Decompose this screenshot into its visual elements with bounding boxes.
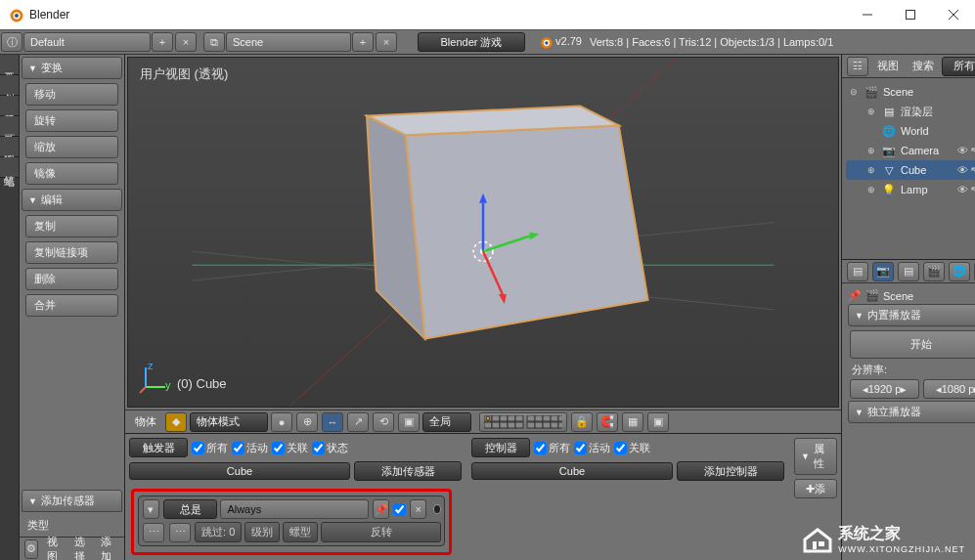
expand-icon[interactable]: ⊕ — [865, 107, 877, 116]
orientation-dropdown[interactable]: 全局 — [422, 412, 471, 432]
snap-icon[interactable]: 🧲 — [597, 412, 618, 432]
tree-cube[interactable]: ⊕ ▽ Cube 👁↖📷 — [846, 160, 975, 180]
add-layout-button[interactable]: + — [152, 32, 173, 52]
duplicate-button[interactable]: 复制 — [25, 215, 118, 237]
sensor-type-dropdown[interactable]: 总是 — [163, 499, 218, 519]
outliner-editor-type-icon[interactable]: ☷ — [847, 57, 868, 76]
operator-panel-header[interactable]: ▼添加传感器 — [22, 490, 122, 512]
eye-icon[interactable]: 👁 — [957, 145, 968, 157]
manipulator-scale-icon[interactable]: ▣ — [398, 412, 420, 432]
pin-icon[interactable]: 📌 — [848, 289, 862, 302]
eye-icon[interactable]: 👁 — [957, 164, 968, 177]
outliner-tree[interactable]: ⊖ 🎬 Scene ⊕ ▤ 渲染层 · 🌐 World ⊕ 📷 C — [842, 78, 975, 259]
sensor-tap-button[interactable]: 螺型 — [283, 522, 318, 542]
tree-camera[interactable]: ⊕ 📷 Camera 👁↖📷 — [846, 141, 975, 160]
cursor-icon[interactable]: ↖ — [970, 184, 975, 196]
sensor-invert-button[interactable]: 反转 — [321, 522, 441, 542]
translate-button[interactable]: 移动 — [25, 83, 118, 106]
screen-layout-dropdown[interactable]: Default — [23, 32, 151, 52]
controllers-show-linked[interactable]: 关联 — [614, 441, 650, 455]
logic-add-menu[interactable]: 添加 — [95, 532, 120, 561]
cursor-icon[interactable]: ↖ — [970, 164, 975, 177]
viewport-shading-icon[interactable]: ● — [271, 412, 292, 432]
mode-icon[interactable]: ◆ — [165, 412, 187, 432]
sensors-show-active[interactable]: 活动 — [232, 441, 268, 455]
delete-scene-button[interactable]: × — [376, 32, 397, 52]
close-button[interactable] — [932, 0, 975, 29]
tab-create[interactable]: 创建 — [0, 75, 19, 96]
editor-type-icon[interactable]: ⓘ — [1, 32, 22, 52]
scene-dropdown[interactable]: Scene — [226, 32, 351, 52]
sensor-name-input[interactable] — [220, 499, 369, 519]
minimize-button[interactable] — [846, 0, 889, 29]
context-world-icon[interactable]: 🌐 — [949, 262, 970, 281]
manipulator-translate-icon[interactable]: ↗ — [347, 412, 369, 432]
sensor-level-button[interactable]: 级别 — [244, 522, 280, 542]
controllers-show-active[interactable]: 活动 — [574, 441, 610, 455]
sensor-active-checkbox[interactable] — [393, 503, 406, 516]
render-preview-icon[interactable]: ▣ — [647, 412, 669, 432]
sensor-skip-field[interactable]: 跳过: 0 — [195, 522, 242, 542]
outliner-view-menu[interactable]: 视图 — [871, 56, 905, 76]
maximize-button[interactable] — [889, 0, 932, 29]
add-sensor-dropdown[interactable]: 添加传感器 — [354, 461, 462, 481]
snap-element-icon[interactable]: ▦ — [622, 412, 643, 432]
add-controller-dropdown[interactable]: 添加控制器 — [677, 461, 784, 481]
join-button[interactable]: 合并 — [25, 294, 118, 317]
tab-animation[interactable]: 动画 — [0, 116, 19, 137]
start-game-button[interactable]: 开始 — [850, 330, 975, 359]
sensors-show-state[interactable]: 状态 — [312, 441, 348, 455]
tab-grease[interactable]: 蜡笔 — [0, 157, 19, 178]
expand-icon[interactable]: ⊖ — [848, 87, 860, 97]
lock-camera-icon[interactable]: 🔒 — [571, 412, 593, 432]
edit-panel-header[interactable]: ▼编辑 — [22, 189, 122, 211]
embedded-player-panel[interactable]: ▼内置播放器 — [848, 304, 975, 326]
expand-icon[interactable]: ⊕ — [865, 165, 877, 175]
sensor-delete-icon[interactable]: × — [410, 499, 426, 519]
rotate-button[interactable]: 旋转 — [25, 109, 118, 132]
controllers-label[interactable]: 控制器 — [471, 438, 530, 457]
context-render-icon[interactable]: 📷 — [872, 262, 894, 281]
scale-button[interactable]: 缩放 — [25, 136, 118, 158]
eye-icon[interactable]: 👁 — [957, 184, 968, 196]
pivot-icon[interactable]: ⊕ — [296, 412, 318, 432]
delete-layout-button[interactable]: × — [175, 32, 197, 52]
sensor-object-name[interactable]: Cube — [129, 462, 350, 480]
tab-tools[interactable]: 工具 — [0, 55, 19, 75]
cursor-icon[interactable]: ↖ — [970, 145, 975, 157]
delete-button[interactable]: 删除 — [25, 268, 118, 290]
manipulator-toggle-icon[interactable]: ↔ — [322, 412, 343, 432]
context-layers-icon[interactable]: ▤ — [898, 262, 919, 281]
context-scene-icon[interactable]: 🎬 — [923, 262, 945, 281]
tree-renderlayers[interactable]: ⊕ ▤ 渲染层 — [846, 102, 975, 121]
layers-widget[interactable] — [479, 412, 567, 432]
standalone-player-panel[interactable]: ▼独立播放器 — [848, 401, 975, 423]
render-engine-dropdown[interactable]: Blender 游戏 — [418, 32, 525, 52]
pulse-true-icon[interactable]: ⋯ — [143, 523, 164, 542]
sensor-link-socket-icon[interactable] — [433, 504, 441, 514]
add-property-button[interactable]: ✚添 — [794, 479, 837, 498]
logic-view-menu[interactable]: 视图 — [41, 532, 66, 561]
object-menu[interactable]: 物体 — [129, 411, 162, 432]
sensors-label[interactable]: 触发器 — [129, 438, 188, 457]
scene-browse-icon[interactable]: ⧉ — [203, 32, 225, 52]
mode-dropdown[interactable]: 物体模式 — [190, 412, 268, 432]
expand-icon[interactable]: ⊕ — [865, 146, 877, 155]
properties-panel-header[interactable]: ▼属性 — [794, 438, 837, 475]
transform-panel-header[interactable]: ▼变换 — [22, 57, 122, 79]
pulse-false-icon[interactable]: ⋯ — [169, 523, 191, 542]
mirror-button[interactable]: 镜像 — [25, 162, 118, 185]
sensor-expand-icon[interactable]: ▾ — [143, 499, 159, 519]
tree-scene-root[interactable]: ⊖ 🎬 Scene — [846, 82, 975, 102]
sensor-pin-icon[interactable]: 📌 — [373, 499, 389, 519]
tab-relations[interactable]: 关系 — [0, 96, 19, 116]
3d-viewport[interactable]: 用户视图 (透视) — [127, 57, 839, 408]
expand-icon[interactable]: ⊕ — [865, 185, 877, 194]
outliner-display-mode[interactable]: 所有场 — [942, 57, 975, 76]
controllers-show-all[interactable]: 所有 — [534, 441, 570, 455]
outliner-search-menu[interactable]: 搜索 — [907, 56, 940, 76]
sensors-show-linked[interactable]: 关联 — [272, 441, 308, 455]
tree-lamp[interactable]: ⊕ 💡 Lamp 👁↖📷 — [846, 180, 975, 199]
controller-object-name[interactable]: Cube — [471, 462, 673, 480]
sensors-show-all[interactable]: 所有 — [192, 441, 228, 455]
